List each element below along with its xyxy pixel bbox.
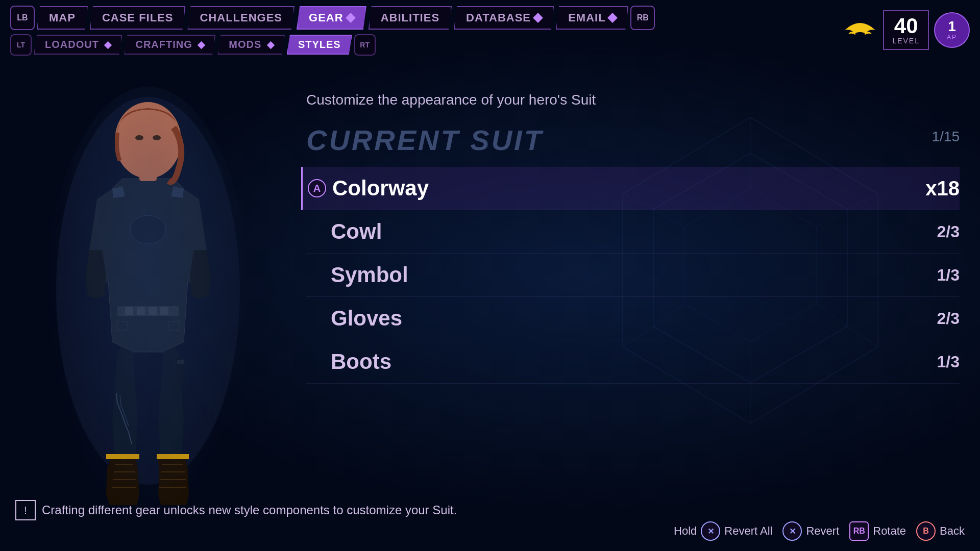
revert-label: Revert <box>806 524 839 538</box>
symbol-left: Symbol <box>306 263 408 287</box>
crafting-label: CRAFTING <box>135 39 192 50</box>
x-button-hold[interactable]: ✕ <box>701 521 720 541</box>
character-area <box>0 61 296 520</box>
nav-gear-label: GEAR <box>309 11 344 24</box>
nav-item-abilities[interactable]: ABILITIES <box>369 6 452 30</box>
x-icon-hold: ✕ <box>707 527 714 536</box>
loadout-diamond-icon <box>104 41 112 49</box>
suit-counter: 1/15 <box>932 129 960 145</box>
hint-container: ! Crafting different gear unlocks new st… <box>15 500 965 520</box>
gloves-label: Gloves <box>306 306 402 331</box>
cowl-left: Cowl <box>306 219 382 244</box>
menu-item-colorway[interactable]: A Colorway x18 <box>301 167 960 210</box>
ap-label: AP <box>947 34 957 41</box>
back-control: B Back <box>916 521 965 541</box>
lt-button[interactable]: LT <box>10 34 32 56</box>
email-diamond-icon <box>607 13 618 23</box>
gloves-left: Gloves <box>306 306 402 331</box>
level-label: LEVEL <box>892 37 920 45</box>
current-suit-row: CURRENT SUIT 1/15 <box>306 123 960 157</box>
ap-display: 1 AP <box>934 12 970 48</box>
menu-item-gloves[interactable]: Gloves 2/3 <box>306 297 960 340</box>
rotate-control: RB Rotate <box>849 521 906 541</box>
customize-description: Customize the appearance of your hero's … <box>306 92 960 108</box>
a-button-colorway: A <box>308 179 326 197</box>
rb-button[interactable]: RB <box>630 6 655 30</box>
sub-nav-loadout[interactable]: LOADOUT <box>34 35 122 55</box>
gear-diamond-icon <box>346 13 356 23</box>
mods-label: MODS <box>229 39 261 50</box>
b-icon-back: B <box>923 527 929 536</box>
main-content: Customize the appearance of your hero's … <box>306 61 960 384</box>
sub-navigation: LT LOADOUT CRAFTING MODS STYLES RT <box>0 31 980 59</box>
hold-revert-all-control: Hold ✕ Revert All <box>674 521 772 541</box>
colorway-value: x18 <box>925 177 960 200</box>
cowl-label: Cowl <box>306 219 382 244</box>
style-menu: A Colorway x18 Cowl 2/3 Symbol 1/3 Glove… <box>306 167 960 384</box>
nav-item-database[interactable]: DATABASE <box>454 6 554 30</box>
revert-control: ✕ Revert <box>782 521 839 541</box>
symbol-label: Symbol <box>306 263 408 287</box>
hold-label: Hold <box>674 524 697 538</box>
colorway-left: A Colorway <box>308 176 429 201</box>
rb-button-rotate[interactable]: RB <box>849 521 869 541</box>
level-display: 40 LEVEL <box>883 10 929 50</box>
level-number: 40 <box>892 15 920 37</box>
sub-nav-mods[interactable]: MODS <box>217 35 285 55</box>
sub-nav-crafting[interactable]: CRAFTING <box>124 35 215 55</box>
sub-nav-styles[interactable]: STYLES <box>287 35 352 55</box>
a-icon: A <box>313 183 321 194</box>
x-icon-revert: ✕ <box>789 527 796 536</box>
x-button-revert[interactable]: ✕ <box>782 521 802 541</box>
batman-logo <box>842 19 878 41</box>
current-suit-title: CURRENT SUIT <box>306 123 960 157</box>
mods-diamond-icon <box>267 41 275 49</box>
bottom-controls: Hold ✕ Revert All ✕ Revert RB Rotate B B… <box>674 521 965 541</box>
hint-icon: ! <box>15 500 36 520</box>
menu-item-boots[interactable]: Boots 1/3 <box>306 340 960 384</box>
hint-text: Crafting different gear unlocks new styl… <box>42 503 457 517</box>
nav-item-email[interactable]: EMAIL <box>556 6 628 30</box>
exclamation-icon: ! <box>24 505 27 516</box>
database-diamond-icon <box>533 13 543 23</box>
gloves-value: 2/3 <box>937 309 960 328</box>
nav-email-label: EMAIL <box>568 11 605 24</box>
nav-database-label: DATABASE <box>466 11 531 24</box>
boots-value: 1/3 <box>937 353 960 371</box>
rb-icon-rotate: RB <box>853 527 865 536</box>
cowl-value: 2/3 <box>937 222 960 241</box>
menu-item-cowl[interactable]: Cowl 2/3 <box>306 210 960 254</box>
back-label: Back <box>940 524 965 538</box>
boots-left: Boots <box>306 349 391 374</box>
rotate-label: Rotate <box>873 524 906 538</box>
boots-label: Boots <box>306 349 391 374</box>
crafting-diamond-icon <box>198 41 206 49</box>
nav-item-case-files[interactable]: CASE FILES <box>90 6 186 30</box>
ap-number: 1 <box>948 19 956 34</box>
b-button-back[interactable]: B <box>916 521 936 541</box>
revert-all-label: Revert All <box>724 524 772 538</box>
nav-item-gear[interactable]: GEAR <box>297 6 366 30</box>
nav-item-challenges[interactable]: CHALLENGES <box>187 6 295 30</box>
lb-button[interactable]: LB <box>10 6 35 30</box>
loadout-label: LOADOUT <box>45 39 99 50</box>
bottom-hint-area: ! Crafting different gear unlocks new st… <box>15 500 965 520</box>
colorway-label: Colorway <box>332 176 429 201</box>
hud-area: 40 LEVEL 1 AP <box>842 10 970 50</box>
nav-item-map[interactable]: MAP <box>37 6 88 30</box>
rt-button[interactable]: RT <box>354 34 376 56</box>
symbol-value: 1/3 <box>937 266 960 285</box>
menu-item-symbol[interactable]: Symbol 1/3 <box>306 254 960 297</box>
